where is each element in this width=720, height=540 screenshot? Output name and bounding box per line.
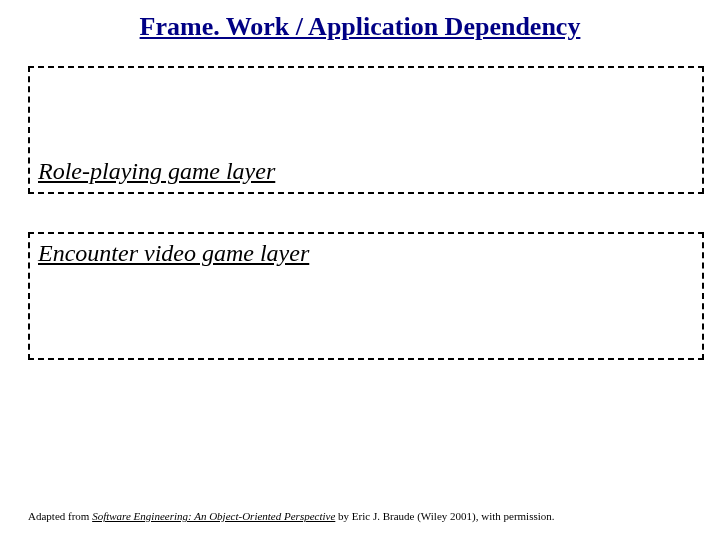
citation-book-title: Software Engineering: An Object-Oriented… [92, 510, 335, 522]
layer-label-top: Role-playing game layer [38, 158, 275, 185]
citation-prefix: Adapted from [28, 510, 92, 522]
citation: Adapted from Software Engineering: An Ob… [28, 510, 555, 522]
slide-title: Frame. Work / Application Dependency [0, 12, 720, 42]
layer-label-bottom: Encounter video game layer [38, 240, 309, 267]
citation-suffix: by Eric J. Braude (Wiley 2001), with per… [335, 510, 554, 522]
